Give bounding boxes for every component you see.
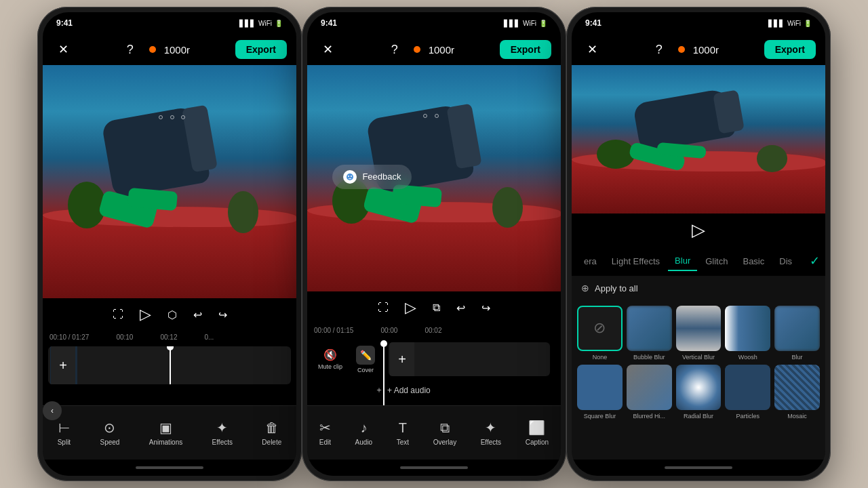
help-icon-2[interactable]: ? xyxy=(384,39,406,60)
caption-icon: ⬜ xyxy=(528,420,545,436)
tab-dis[interactable]: Dis xyxy=(772,252,799,270)
current-time-1: 00:10 / 01:27 xyxy=(50,333,89,341)
confirm-icon[interactable]: ✓ xyxy=(810,253,820,268)
effects-row-2: Square Blur Blurred Hi... Radial Blur xyxy=(577,365,820,420)
status-time-3: 9:41 xyxy=(585,18,601,28)
effect-bubble-blur[interactable]: Bubble Blur xyxy=(627,306,672,361)
effect-label-square: Square Blur xyxy=(584,413,616,420)
mute-clip-button[interactable]: 🔇 Mute clip xyxy=(313,346,348,373)
woosh-preview xyxy=(725,306,770,351)
home-bar-1 xyxy=(136,466,203,469)
effect-radial-blur[interactable]: Radial Blur xyxy=(676,365,722,420)
phones-container: 9:41 ▋▋▋ WiFi 🔋 ✕ ? 1000r Export xyxy=(0,0,868,488)
tool-effects-2[interactable]: ✦ Effects xyxy=(481,420,501,446)
tool-caption[interactable]: ⬜ Caption xyxy=(526,420,549,446)
title-3: 1000r xyxy=(693,44,719,56)
bubble-5 xyxy=(435,114,439,118)
effects-tabs: era Light Effects Blur Glitch Basic Dis … xyxy=(572,246,825,276)
tool-speed[interactable]: ⊙ Speed xyxy=(100,420,119,446)
orange-dot-1 xyxy=(149,46,156,53)
redo-icon-1[interactable]: ↪ xyxy=(218,308,227,321)
phone-2: 9:41 ▋▋▋ WiFi 🔋 ✕ ? 1000r Export xyxy=(302,7,566,481)
close-button-2[interactable]: ✕ xyxy=(317,39,338,60)
play-button-2[interactable]: ▷ xyxy=(405,299,416,317)
tab-glitch[interactable]: Glitch xyxy=(698,252,734,270)
effect-particles[interactable]: Particles xyxy=(725,365,770,420)
undo-icon-2[interactable]: ↩ xyxy=(456,302,465,314)
effect-label-blurred: Blurred Hi... xyxy=(633,413,665,420)
effect-vertical-blur[interactable]: Vertical Blur xyxy=(676,306,722,361)
effect-blurred-hi[interactable]: Blurred Hi... xyxy=(627,365,672,420)
export-button-1[interactable]: Export xyxy=(235,40,287,59)
effects-row-1: ⊘ None Bubble Blur Vertic xyxy=(577,306,820,361)
play-button-3[interactable]: ▷ xyxy=(692,220,705,241)
export-button-2[interactable]: Export xyxy=(500,40,551,59)
back-button-1[interactable]: ‹ xyxy=(43,401,62,420)
tool-delete[interactable]: 🗑 Delete xyxy=(262,420,281,446)
multi-clip-icon[interactable]: ⧉ xyxy=(433,302,440,314)
home-bar-3 xyxy=(665,466,732,469)
help-icon-3[interactable]: ? xyxy=(648,39,670,60)
delete-icon: 🗑 xyxy=(265,420,279,436)
effect-label-particles: Particles xyxy=(736,413,760,420)
tool-overlay[interactable]: ⧉ Overlay xyxy=(433,420,456,446)
effect-blur[interactable]: Blur xyxy=(774,306,820,361)
fullscreen-icon-2[interactable]: ⛶ xyxy=(378,302,389,314)
undo-icon-1[interactable]: ↩ xyxy=(193,308,202,321)
coral-bg-2 xyxy=(307,212,561,291)
blurred-hi-preview xyxy=(627,365,672,410)
timeline-track-2[interactable]: + xyxy=(389,342,550,376)
add-clip-button-2[interactable]: + xyxy=(390,342,414,376)
signal-icon: ▋▋▋ xyxy=(239,20,256,27)
timeline-track-1[interactable]: + xyxy=(48,346,291,384)
effect-label-mosaic: Mosaic xyxy=(787,413,807,420)
close-button-1[interactable]: ✕ xyxy=(52,39,74,60)
caption-label: Caption xyxy=(526,439,549,446)
effect-none[interactable]: ⊘ None xyxy=(577,306,623,361)
top-bar-2: ✕ ? 1000r Export xyxy=(307,34,561,65)
feedback-popup[interactable]: Feedback xyxy=(332,165,412,189)
help-icon-1[interactable]: ? xyxy=(119,39,141,60)
effect-thumb-bubble xyxy=(627,306,672,351)
tool-effects[interactable]: ✦ Effects xyxy=(212,420,233,446)
play-button-1[interactable]: ▷ xyxy=(140,306,151,323)
tool-text[interactable]: T Text xyxy=(397,420,409,446)
timeline-1: 00:10 / 01:27 00:10 00:12 0... xyxy=(43,331,296,405)
edit-label: Edit xyxy=(319,439,331,446)
speed-icon: ⊙ xyxy=(104,420,115,436)
status-time-1: 9:41 xyxy=(56,18,73,28)
tab-basic[interactable]: Basic xyxy=(736,252,771,270)
redo-icon-2[interactable]: ↪ xyxy=(481,302,490,314)
tab-blur[interactable]: Blur xyxy=(668,251,697,271)
particles-preview xyxy=(725,365,770,410)
add-clip-button-1[interactable]: + xyxy=(51,346,75,384)
mark3-1: 0... xyxy=(204,333,214,341)
tool-edit[interactable]: ✂ Edit xyxy=(319,420,331,446)
tool-split[interactable]: ⊢ Split xyxy=(58,420,71,446)
close-button-3[interactable]: ✕ xyxy=(581,39,603,60)
cover-button[interactable]: ✏️ Cover xyxy=(351,343,380,376)
playhead-2[interactable] xyxy=(383,343,384,405)
mark2-1: 00:12 xyxy=(160,333,177,341)
effect-mosaic[interactable]: Mosaic xyxy=(774,365,820,420)
add-audio-row: ＋ + Add audio xyxy=(307,382,561,399)
tab-light-effects[interactable]: Light Effects xyxy=(605,252,667,270)
fullscreen-icon-1[interactable]: ⛶ xyxy=(113,308,123,321)
export-button-3[interactable]: Export xyxy=(764,40,816,59)
radial-blur-preview xyxy=(676,365,722,410)
text-icon: T xyxy=(399,420,407,436)
effect-woosh[interactable]: Woosh xyxy=(725,306,770,361)
playhead-1[interactable] xyxy=(170,346,171,384)
tab-era[interactable]: era xyxy=(577,252,604,270)
effect-thumb-radial xyxy=(676,365,722,410)
tool-audio[interactable]: ♪ Audio xyxy=(355,420,373,446)
wifi-icon-2: WiFi xyxy=(523,20,536,27)
notch-2 xyxy=(397,12,471,31)
vblur-preview xyxy=(676,306,722,351)
add-audio-label: + Add audio xyxy=(387,386,431,395)
tool-animations[interactable]: ▣ Animations xyxy=(149,420,182,446)
crop-icon-1[interactable]: ⬡ xyxy=(167,308,177,321)
status-icons-3: ▋▋▋ WiFi 🔋 xyxy=(768,20,812,27)
apply-all-bar[interactable]: ⊕ Apply to all xyxy=(572,276,825,300)
effect-square-blur[interactable]: Square Blur xyxy=(577,365,623,420)
